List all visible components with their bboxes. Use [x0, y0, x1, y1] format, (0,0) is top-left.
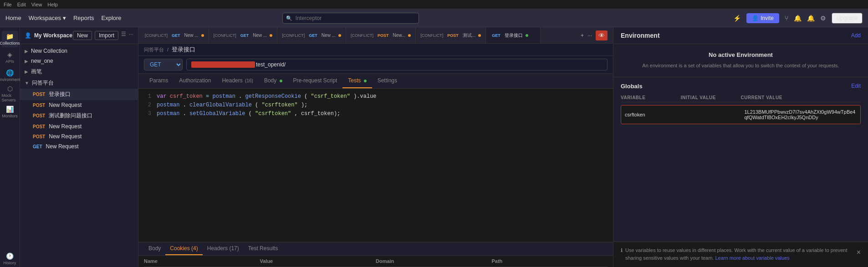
nav-bar: Home Workspaces ▾ Reports Explore 🔍 ⚡ 👤 … — [0, 9, 868, 27]
menu-help[interactable]: Help — [47, 2, 58, 7]
menu-edit[interactable]: Edit — [17, 2, 26, 7]
tab-settings[interactable]: Settings — [372, 74, 403, 88]
collection-tree: ▶ New Collection ▶ new_one ▶ 画笔 ▼ 问答平台 P… — [20, 44, 138, 267]
nav-explore[interactable]: Explore — [102, 15, 122, 21]
breadcrumb: 问答平台 / 登录接口 — [138, 44, 613, 56]
sidebar-item-monitors[interactable]: 📊 Monitors — [2, 104, 18, 120]
globals-edit-button[interactable]: Edit — [851, 83, 861, 89]
tree-item-new-req-3[interactable]: POST New Request — [20, 131, 138, 141]
tree-item-delete-question[interactable]: POST 测试删除问题接口 — [20, 110, 138, 121]
request-url-bar: GET POST PUT DELETE test_openid/ — [138, 56, 613, 74]
notification-icon[interactable]: 🔔 — [807, 15, 815, 22]
globals-row-csrftoken: csrftoken 1L213BMUfPPbwvzD7I7sv4AhZXt0gW… — [621, 105, 861, 124]
tests-dot — [364, 80, 367, 82]
add-environment-button[interactable]: Add — [851, 32, 861, 39]
tab-login-active[interactable]: GET 登录接口 — [486, 27, 541, 44]
icon-sidebar: 📁 Collections ◈ APIs 🌐 Environments ⬡ Mo… — [0, 27, 20, 267]
invite-button[interactable]: 👤 Invite — [746, 13, 779, 23]
tab-conflict-get-3[interactable]: [CONFLICT] GET New ... — [277, 27, 346, 44]
code-editor[interactable]: 1 var csrf_token = postman . getResponse… — [138, 89, 613, 242]
close-info-button[interactable]: × — [857, 247, 861, 258]
import-button[interactable]: Import — [95, 31, 118, 40]
tree-item-login[interactable]: POST 登录接口 — [20, 89, 138, 100]
more-icon[interactable]: ··· — [129, 31, 133, 40]
expand-icon: ▶ — [25, 59, 28, 64]
code-line-2: 2 postman . clearGlobalVariable ( "csrft… — [144, 101, 608, 110]
res-tab-test-results[interactable]: Test Results — [244, 242, 282, 255]
res-tab-cookies[interactable]: Cookies (4) — [165, 242, 202, 255]
collections-header: 👤 My Workspace New Import ☰ ··· — [20, 27, 138, 44]
collections-icon: 📁 — [6, 33, 14, 40]
unsaved-dot — [201, 34, 204, 37]
tree-item-new-req-1[interactable]: POST New Request — [20, 100, 138, 110]
mock-icon: ⬡ — [7, 85, 13, 92]
method-select[interactable]: GET POST PUT DELETE — [144, 59, 183, 71]
tab-body[interactable]: Body — [259, 74, 288, 88]
nav-workspaces[interactable]: Workspaces ▾ — [29, 15, 66, 21]
new-button[interactable]: New — [73, 31, 92, 40]
no-env-title: No active Environment — [621, 51, 861, 58]
more-tabs-icon[interactable]: ··· — [587, 32, 592, 39]
main-content: [CONFLICT] GET New ... [CONFLICT] GET Ne… — [138, 27, 613, 267]
res-tab-headers[interactable]: Headers (17) — [203, 242, 244, 255]
table-header: Name Value Domain Path — [144, 256, 608, 267]
tab-headers[interactable]: Headers (16) — [216, 74, 259, 88]
tree-item-new-req-2[interactable]: POST New Request — [20, 121, 138, 131]
panel-title: Environment — [621, 32, 660, 39]
tree-item-new-req-get[interactable]: GET New Request — [20, 141, 138, 151]
no-environment-section: No active Environment An environment is … — [613, 44, 868, 77]
eye-icon[interactable]: 👁 — [596, 30, 608, 40]
sidebar-item-history[interactable]: 🕐 History — [2, 251, 18, 267]
tree-item-new-collection[interactable]: ▶ New Collection — [20, 46, 138, 56]
bell-icon[interactable]: 🔔 — [794, 15, 802, 22]
fork-icon[interactable]: ⑂ — [785, 15, 788, 22]
expand-icon: ▶ — [25, 69, 28, 74]
url-input[interactable]: test_openid/ — [186, 59, 608, 71]
breadcrumb-parent[interactable]: 问答平台 — [144, 47, 164, 52]
globals-title: Globals — [621, 83, 643, 90]
api-icon: ◈ — [7, 51, 12, 58]
menu-file[interactable]: File — [4, 2, 12, 7]
tab-conflict-get-1[interactable]: [CONFLICT] GET New ... — [140, 27, 209, 44]
tab-conflict-post-2[interactable]: [CONFLICT] POST 测试... — [416, 27, 486, 44]
tab-tests[interactable]: Tests — [342, 74, 372, 88]
sidebar-item-mock-servers[interactable]: ⬡ Mock Servers — [2, 86, 18, 102]
globals-header: Globals Edit — [621, 83, 861, 90]
sidebar-item-environments[interactable]: 🌐 Environments — [2, 67, 18, 84]
search-container: 🔍 — [282, 13, 419, 24]
add-tab-icon[interactable]: + — [581, 32, 584, 39]
info-text: Use variables to reuse values in differe… — [625, 247, 854, 262]
tree-item-new-one[interactable]: ▶ new_one — [20, 56, 138, 66]
filter-icon[interactable]: ☰ — [121, 31, 126, 40]
tree-item-huabi[interactable]: ▶ 画笔 — [20, 66, 138, 77]
url-redacted — [191, 61, 255, 68]
tab-params[interactable]: Params — [144, 74, 174, 88]
tree-item-wendapingtai[interactable]: ▼ 问答平台 — [20, 77, 138, 89]
no-env-desc: An environment is a set of variables tha… — [621, 62, 861, 70]
interceptor-icon[interactable]: ⚡ — [733, 15, 741, 22]
sidebar-item-apis[interactable]: ◈ APIs — [2, 49, 18, 65]
code-line-3: 3 postman . setGlobalVariable ( "csrftok… — [144, 110, 608, 118]
environment-icon: 🌐 — [6, 69, 14, 76]
menu-view[interactable]: View — [31, 2, 42, 7]
nav-home[interactable]: Home — [5, 15, 21, 21]
main-layout: 📁 Collections ◈ APIs 🌐 Environments ⬡ Mo… — [0, 27, 868, 267]
tab-pre-request[interactable]: Pre-request Script — [288, 74, 343, 88]
learn-link[interactable]: Learn more about variable values — [715, 255, 790, 261]
right-panel: Environment Add No active Environment An… — [613, 27, 868, 267]
search-input[interactable] — [282, 13, 419, 24]
tab-conflict-post-1[interactable]: [CONFLICT] POST New... — [346, 27, 416, 44]
upgrade-button[interactable]: Upgrade — [832, 13, 863, 24]
collections-sidebar: 👤 My Workspace New Import ☰ ··· ▶ New Co… — [20, 27, 138, 267]
nav-reports[interactable]: Reports — [73, 15, 94, 21]
search-icon: 🔍 — [286, 15, 292, 21]
settings-icon[interactable]: ⚙ — [820, 15, 826, 22]
response-tabs-bar: Body Cookies (4) Headers (17) Test Resul… — [138, 242, 613, 256]
unsaved-dot — [338, 34, 341, 37]
sidebar-item-collections[interactable]: 📁 Collections — [2, 31, 18, 47]
info-icon: ℹ — [621, 247, 623, 255]
res-tab-body[interactable]: Body — [144, 242, 165, 255]
tab-conflict-get-2[interactable]: [CONFLICT] GET New ... — [209, 27, 278, 44]
body-dot — [280, 80, 282, 82]
tab-authorization[interactable]: Authorization — [174, 74, 216, 88]
